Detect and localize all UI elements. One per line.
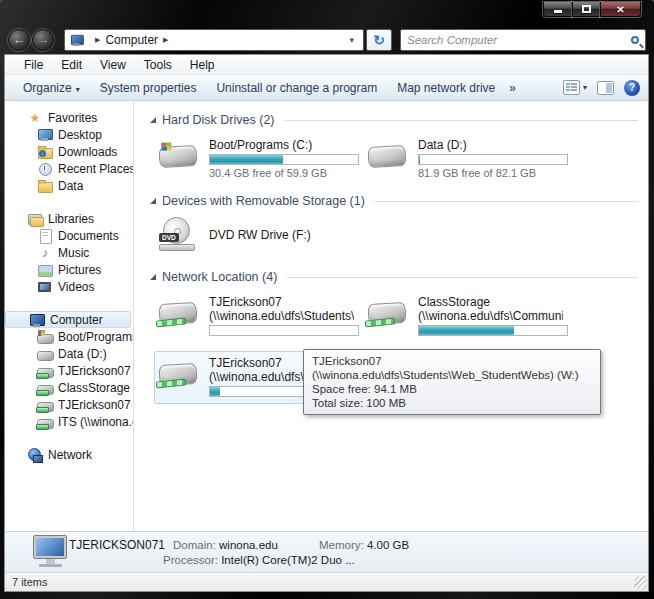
- hard-drive-os-icon: [37, 330, 53, 344]
- preview-pane-button[interactable]: [597, 81, 614, 95]
- sidebar-item-boot-programs-c[interactable]: Boot/Programs (C:): [5, 328, 133, 345]
- sidebar-item-videos[interactable]: Videos: [5, 278, 133, 295]
- menu-file[interactable]: File: [15, 56, 52, 74]
- memory-value: 4.00 GB: [367, 539, 409, 551]
- address-bar[interactable]: ▶ Computer ▶ ▾: [64, 29, 364, 51]
- sidebar-group-network[interactable]: Network: [5, 446, 133, 463]
- collapse-icon[interactable]: [150, 117, 156, 123]
- help-button[interactable]: ?: [624, 80, 640, 96]
- breadcrumb-arrow-icon[interactable]: ▶: [163, 36, 168, 44]
- downloads-icon: ↓: [37, 145, 53, 159]
- drive-path: (\\winona.edu\dfs\Students\Pers...: [209, 309, 354, 323]
- address-dropdown-icon[interactable]: ▾: [344, 35, 359, 45]
- computer-icon: [29, 313, 45, 327]
- sidebar-label: Documents: [58, 229, 119, 243]
- change-view-button[interactable]: ▾: [563, 80, 587, 95]
- resize-grip-icon[interactable]: [634, 576, 647, 589]
- sidebar-item-recent-places[interactable]: Recent Places: [5, 160, 133, 177]
- sidebar-group-favorites[interactable]: ★ Favorites: [5, 109, 133, 126]
- sidebar-label: ClassStorage (\\wino: [58, 381, 134, 395]
- menu-view[interactable]: View: [91, 56, 135, 74]
- section-title[interactable]: Hard Disk Drives (2): [162, 113, 275, 127]
- system-properties-button[interactable]: System properties: [90, 78, 207, 98]
- body-row: ★ Favorites Desktop ↓Downloads Recent Pl…: [5, 101, 648, 531]
- menu-edit[interactable]: Edit: [52, 56, 91, 74]
- sidebar-label: Data: [58, 179, 83, 193]
- libraries-icon: [27, 212, 43, 226]
- drive-tile-classstorage[interactable]: ClassStorage (\\winona.edu\dfs\Community…: [363, 290, 568, 343]
- sidebar-item-documents[interactable]: Documents: [5, 227, 133, 244]
- sidebar-label: Videos: [58, 280, 94, 294]
- search-input[interactable]: [407, 34, 631, 46]
- computer-name: TJERICKSON071: [69, 538, 165, 552]
- drive-name: TJErickson07: [209, 295, 354, 309]
- sidebar-item-data[interactable]: Data: [5, 177, 133, 194]
- close-button[interactable]: ✕: [600, 2, 641, 17]
- processor-field: Processor: Intel(R) Core(TM)2 Duo ...: [163, 554, 355, 566]
- sidebar-item-downloads[interactable]: ↓Downloads: [5, 143, 133, 160]
- sidebar-label: Favorites: [48, 111, 97, 125]
- section-title[interactable]: Devices with Removable Storage (1): [162, 194, 365, 208]
- minimize-icon: [554, 10, 562, 13]
- capacity-bar: [209, 325, 359, 336]
- star-icon: ★: [27, 111, 43, 125]
- sidebar-item-tjerickson07-w[interactable]: TJErickson07 (\\wino: [5, 362, 133, 379]
- network-drive-icon: [368, 295, 410, 338]
- music-note-icon: ♪: [37, 246, 53, 260]
- sidebar-group-computer[interactable]: Computer: [5, 311, 131, 328]
- menu-tools[interactable]: Tools: [135, 56, 181, 74]
- processor-value: Intel(R) Core(TM)2 Duo ...: [221, 554, 355, 566]
- sidebar-group-libraries[interactable]: Libraries: [5, 210, 133, 227]
- section-header-removable-storage: Devices with Removable Storage (1): [150, 194, 638, 208]
- refresh-button[interactable]: ↻: [366, 29, 392, 51]
- toolbar-overflow-button[interactable]: »: [505, 81, 520, 95]
- breadcrumb-arrow-icon[interactable]: ▶: [95, 36, 100, 44]
- drive-tile-dvd-rw-f[interactable]: DVD DVD RW Drive (F:): [154, 214, 359, 256]
- drive-name: Boot/Programs (C:): [209, 138, 354, 152]
- sidebar-item-tjerickson07-web[interactable]: TJErickson07 (\\wino: [5, 396, 133, 413]
- status-bar: 7 items: [5, 572, 648, 591]
- forward-button[interactable]: →: [32, 29, 54, 51]
- command-bar: Organize▾ System properties Uninstall or…: [5, 75, 648, 101]
- items-view: Hard Disk Drives (2) Boot/Programs (C:) …: [134, 101, 648, 531]
- sidebar-item-music[interactable]: ♪Music: [5, 244, 133, 261]
- views-icon: [563, 80, 580, 95]
- sidebar-label: Computer: [50, 313, 103, 327]
- collapse-icon[interactable]: [150, 274, 156, 280]
- network-drive-icon: [37, 415, 53, 429]
- drive-tile-boot-programs-c[interactable]: Boot/Programs (C:) 30.4 GB free of 59.9 …: [154, 133, 359, 184]
- sidebar-label: Libraries: [48, 212, 94, 226]
- memory-label: Memory:: [319, 539, 364, 551]
- sidebar-item-desktop[interactable]: Desktop: [5, 126, 133, 143]
- drive-free-space: 30.4 GB free of 59.9 GB: [209, 167, 354, 179]
- drive-free-space: 81.9 GB free of 82.1 GB: [418, 167, 563, 179]
- sidebar-item-data-d[interactable]: Data (D:): [5, 345, 133, 362]
- desktop-icon: [37, 128, 53, 142]
- drive-tile-data-d[interactable]: Data (D:) 81.9 GB free of 82.1 GB: [363, 133, 568, 184]
- section-title[interactable]: Network Location (4): [162, 270, 277, 284]
- network-icon: [27, 448, 43, 462]
- domain-label: Domain:: [173, 539, 216, 551]
- uninstall-program-button[interactable]: Uninstall or change a program: [206, 78, 387, 98]
- breadcrumb-computer[interactable]: Computer: [105, 33, 158, 47]
- sidebar-item-pictures[interactable]: Pictures: [5, 261, 133, 278]
- section-header-hard-disk-drives: Hard Disk Drives (2): [150, 113, 638, 127]
- capacity-bar: [418, 325, 568, 336]
- drive-tile-tjerickson07-personal[interactable]: TJErickson07 (\\winona.edu\dfs\Students\…: [154, 290, 359, 343]
- map-network-drive-button[interactable]: Map network drive: [387, 78, 505, 98]
- collapse-icon[interactable]: [150, 198, 156, 204]
- search-icon[interactable]: [631, 36, 639, 44]
- back-button[interactable]: ←: [8, 29, 30, 51]
- sidebar-item-classstorage[interactable]: ClassStorage (\\wino: [5, 379, 133, 396]
- videos-icon: [37, 280, 53, 294]
- caption-buttons: ✕: [543, 2, 641, 17]
- sidebar-label: Network: [48, 448, 92, 462]
- client-area: File Edit View Tools Help Organize▾ Syst…: [4, 54, 649, 592]
- organize-button[interactable]: Organize▾: [13, 78, 90, 98]
- menu-help[interactable]: Help: [181, 56, 224, 74]
- computer-icon: [70, 34, 84, 46]
- minimize-button[interactable]: [543, 2, 572, 17]
- sidebar-label: Recent Places: [58, 162, 134, 176]
- sidebar-item-its[interactable]: ITS (\\winona.edu\d: [5, 413, 133, 430]
- maximize-button[interactable]: [572, 2, 600, 17]
